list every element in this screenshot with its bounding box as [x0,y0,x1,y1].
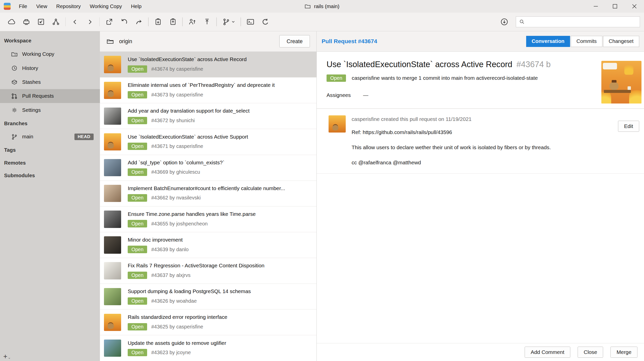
import-box-icon[interactable] [34,15,48,29]
sidebar-section-submodules[interactable]: Submodules [0,169,100,182]
stash-clipboard-down-icon[interactable] [151,15,166,29]
printer-icon[interactable] [19,15,34,29]
pr-row[interactable]: Support dumping & loading PostgreSQL 14 … [100,284,316,310]
commit-graph-icon[interactable] [48,15,63,29]
divider [317,173,644,174]
pr-row-texts: Support dumping & loading PostgreSQL 14 … [128,288,312,305]
pr-row-title: Eliminate internal uses of `PerThreadReg… [128,82,312,88]
pr-row-title: Fix Rails 7 Regression - ActiveStorage C… [128,263,312,269]
menu-repository[interactable]: Repository [52,0,85,13]
sidebar-item-history[interactable]: History [0,61,100,75]
menu-help[interactable]: Help [126,0,146,13]
pr-row[interactable]: Ensure Time.zone.parse handles years lik… [100,207,316,232]
create-button[interactable]: Create [279,35,310,47]
sidebar-item-pull-requests[interactable]: Pull Requests [0,89,100,103]
undo-arrow-icon[interactable] [117,15,131,29]
pull-request-detail-panel: Pull Request #43674 Conversation Commits… [317,31,644,361]
pr-row-meta: #43655 by joshpencheon [151,221,208,227]
search-input[interactable] [527,18,637,25]
remote-name: origin [119,38,132,44]
sidebar-item-settings[interactable]: Settings [0,103,100,117]
menu-file[interactable]: File [14,0,32,13]
add-button[interactable]: + ⌄ [3,354,11,359]
pr-row-texts: Fix Rails 7 Regression - ActiveStorage C… [128,263,312,279]
unstash-clipboard-up-icon[interactable] [166,15,180,29]
comment-line: Ref: https://github.com/rails/rails/pull… [352,129,601,135]
pr-row-sub: Open #43637 by alxjrvs [128,272,312,279]
sidebar-item-label: Settings [22,107,41,113]
pr-status-badge: Open [128,220,147,227]
tab-commits[interactable]: Commits [571,36,602,47]
sidebar-section-workspace: Workspace [0,35,100,47]
close-button[interactable] [625,0,644,13]
edit-button[interactable]: Edit [618,121,639,132]
pr-row[interactable]: Use `IsolatedExecutionState` across Acti… [100,52,316,78]
pr-merge-line: casperisfine wants to merge 1 commit int… [352,75,538,81]
sidebar-section-remotes[interactable]: Remotes [0,157,100,169]
menu-view[interactable]: View [32,0,51,13]
pr-title-number: #43674 b [516,60,551,69]
pr-row-sub: Open #43655 by joshpencheon [128,220,312,227]
pr-row-texts: Use `IsolatedExecutionState` across Acti… [128,56,312,73]
detail-body: Use `IsolatedExecutionState` across Acti… [317,52,644,343]
pr-row-meta: #43623 by jcoyne [151,350,191,355]
cloud-icon[interactable] [4,15,19,29]
pr-row-texts: Add `sql_type` option to `column_exists?… [128,160,312,176]
menubar: File View Repository Working Copy Help [14,0,146,13]
person-arrow-up-icon[interactable] [185,15,200,29]
pr-row-sub: Open #43623 by jcoyne [128,349,312,356]
forward-icon[interactable] [83,15,97,29]
tab-conversation[interactable]: Conversation [526,36,570,47]
pr-row[interactable]: Add year and day translation support for… [100,103,316,129]
titlebar: File View Repository Working Copy Help r… [0,0,644,13]
pr-row-title: Ensure Time.zone.parse handles years lik… [128,211,312,217]
sidebar-item-stashes[interactable]: Stashes [0,75,100,89]
pr-row[interactable]: Use `IsolatedExecutionState` across Acti… [100,129,316,155]
arrow-up-icon[interactable] [200,15,214,29]
comment-content: casperisfine created this pull request o… [352,115,634,166]
sidebar-section-tags[interactable]: Tags [0,144,100,157]
pr-row-texts: Ensure Time.zone.parse handles years lik… [128,211,312,227]
minimize-button[interactable] [586,0,605,13]
detail-tabs: Conversation Commits Changeset [526,36,639,47]
pr-status-badge: Open [128,297,147,305]
pr-status-badge: Open [128,117,147,124]
terminal-icon[interactable] [243,15,258,29]
pr-row-meta: #43672 by shunichi [151,118,195,123]
pr-title-text: Use `IsolatedExecutionState` across Acti… [327,60,512,69]
add-comment-button[interactable]: Add Comment [525,347,570,358]
sidebar-item-branch-main[interactable]: main HEAD [0,130,100,144]
pr-row[interactable]: Eliminate internal uses of `PerThreadReg… [100,78,316,103]
sidebar-item-working-copy[interactable]: Working Copy [0,47,100,61]
close-pr-button[interactable]: Close [578,347,603,358]
pr-row-meta: #43662 by nvasilevski [151,195,201,201]
pr-row[interactable]: Add `sql_type` option to `column_exists?… [100,155,316,181]
detail-header-title: Pull Request #43674 [321,38,377,45]
pr-row-title: Use `IsolatedExecutionState` across Acti… [128,134,312,140]
assignees-label: Assignees [327,92,351,98]
tab-changeset[interactable]: Changeset [603,36,639,47]
chevron-down-icon: ⌄ [8,355,11,359]
share-arrow-icon[interactable] [102,15,117,29]
maximize-button[interactable] [605,0,625,13]
branch-menu-button[interactable] [219,15,238,29]
pr-row[interactable]: Minor doc improvement Open #43639 by dan… [100,232,316,258]
menu-working-copy[interactable]: Working Copy [85,0,126,13]
pr-row[interactable]: Implement BatchEnumerator#count to effic… [100,181,316,207]
refresh-icon[interactable] [258,15,273,29]
pr-row-meta: #43639 by danlo [151,247,189,252]
sidebar-section-branches[interactable]: Branches [0,117,100,130]
back-icon[interactable] [68,15,83,29]
redo-filled-arrow-icon[interactable] [131,15,146,29]
pr-row[interactable]: Rails standardized error reporting inter… [100,310,316,335]
pr-row[interactable]: Fix Rails 7 Regression - ActiveStorage C… [100,258,316,284]
pr-row-title: Support dumping & loading PostgreSQL 14 … [128,288,312,294]
pr-status-badge: Open [128,168,147,176]
pr-row[interactable]: Update the assets guide to remove uglifi… [100,335,316,361]
download-circle-icon[interactable] [497,15,512,29]
search-box[interactable] [516,16,640,27]
pr-row-texts: Minor doc improvement Open #43639 by dan… [128,237,312,253]
merge-button[interactable]: Merge [610,347,637,358]
remote-folder-icon[interactable] [106,38,114,45]
comment-author-avatar [329,115,346,133]
